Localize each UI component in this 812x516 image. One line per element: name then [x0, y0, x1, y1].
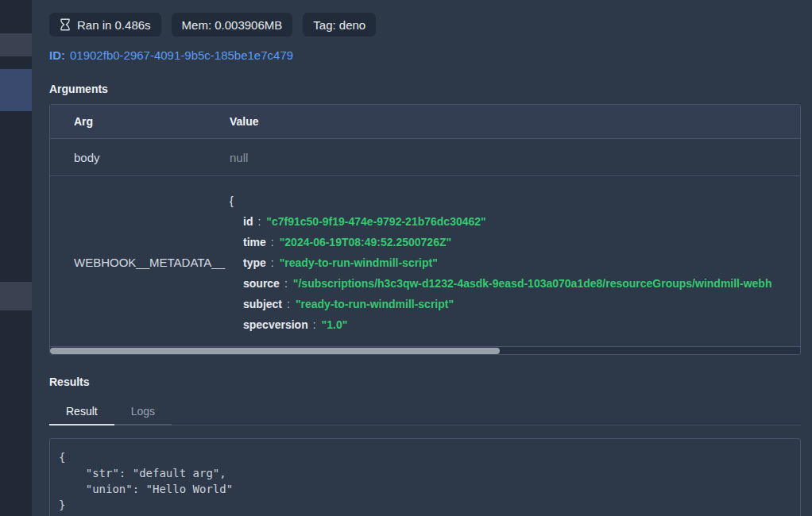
arg-column-header: Arg [50, 105, 230, 138]
horizontal-scrollbar-thumb[interactable] [50, 348, 500, 354]
json-line: specversion:"1.0" [230, 314, 800, 335]
tag-badge: Tag: deno [303, 13, 376, 37]
sidebar-item[interactable] [0, 282, 32, 310]
sidebar-item-active[interactable] [0, 69, 32, 111]
value-column-header: Value [230, 105, 800, 138]
table-row-metadata: WEBHOOK__METADATA__ { id:"c7f91c50-9f19-… [50, 175, 800, 346]
arguments-table-header: Arg Value [50, 105, 800, 138]
result-json-viewer: { "str": "default arg", "union": "Hello … [49, 438, 801, 516]
json-line: id:"c7f91c50-9f19-474e-9792-21b76dc30462… [230, 211, 800, 232]
job-id-line: ID:01902fb0-2967-4091-9b5c-185be1e7c479 [49, 48, 801, 62]
job-id-label: ID: [49, 48, 65, 62]
code-line: } [59, 497, 791, 513]
arguments-table: Arg Value body null WEBHOOK__METADATA__ … [49, 104, 801, 355]
collapsed-sidebar [0, 0, 32, 516]
runtime-badge: Ran in 0.486s [49, 13, 161, 37]
json-open-brace: { [230, 191, 800, 211]
tab-result[interactable]: Result [49, 399, 114, 426]
tab-logs[interactable]: Logs [114, 399, 172, 426]
code-line: { [59, 449, 791, 465]
job-stats-row: Ran in 0.486s Mem: 0.003906MB Tag: deno [49, 13, 801, 37]
results-tabbar: Result Logs [49, 399, 801, 426]
runtime-badge-label: Ran in 0.486s [77, 18, 151, 32]
memory-badge-label: Mem: 0.003906MB [182, 18, 283, 32]
job-id-link[interactable]: 01902fb0-2967-4091-9b5c-185be1e7c479 [70, 48, 293, 62]
memory-badge: Mem: 0.003906MB [172, 13, 293, 37]
json-line: time:"2024-06-19T08:49:52.2500726Z" [230, 232, 800, 252]
code-line: "str": "default arg", [59, 465, 791, 481]
arg-value: null [230, 139, 800, 175]
json-line: subject:"ready-to-run-windmill-script" [230, 294, 800, 314]
tag-badge-label: Tag: deno [313, 18, 365, 32]
arg-value-json: { id:"c7f91c50-9f19-474e-9792-21b76dc304… [230, 189, 800, 335]
arguments-title: Arguments [49, 83, 801, 95]
table-row-body: body null [50, 138, 800, 175]
sidebar-item[interactable] [0, 33, 32, 56]
json-line: type:"ready-to-run-windmill-script" [230, 252, 800, 273]
results-title: Results [49, 375, 801, 388]
arg-name: WEBHOOK__METADATA__ [50, 189, 230, 335]
job-run-panel: Ran in 0.486s Mem: 0.003906MB Tag: deno … [32, 0, 812, 516]
hourglass-icon [60, 18, 71, 31]
arg-name: body [50, 139, 230, 175]
horizontal-scrollbar[interactable] [50, 346, 800, 354]
code-line: "union": "Hello World" [59, 481, 791, 497]
json-line: source:"/subscriptions/h3c3qw-d1232-4asd… [230, 273, 800, 294]
